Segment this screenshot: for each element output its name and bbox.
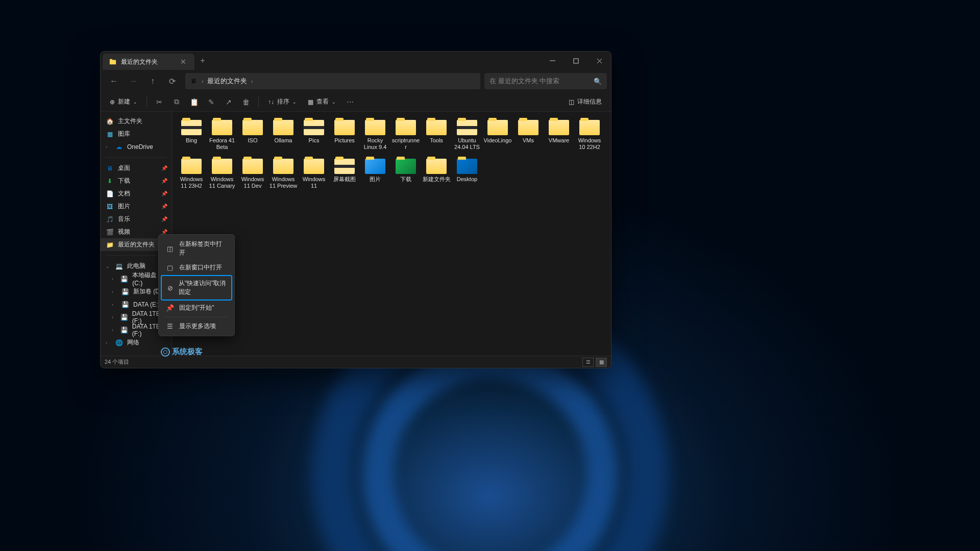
- downloads-icon: ⬇: [106, 177, 114, 185]
- sidebar-item-pictures[interactable]: 🖼 图片 📌: [101, 200, 172, 213]
- folder-icon: [273, 120, 293, 135]
- folder-item[interactable]: 下载: [390, 157, 421, 191]
- folder-item[interactable]: Windows 10 22H2: [574, 118, 605, 153]
- folder-item[interactable]: Windows 11 Dev: [237, 157, 268, 191]
- folder-item[interactable]: Fedora 41 Beta: [207, 118, 237, 153]
- folder-icon: [518, 120, 538, 135]
- content-area[interactable]: BingFedora 41 BetaISOOllamaPicsPicturesR…: [172, 112, 611, 356]
- folder-icon: [334, 159, 355, 174]
- cut-button[interactable]: ✂: [152, 98, 166, 106]
- rename-button[interactable]: ✎: [204, 98, 218, 106]
- context-open-new-window[interactable]: ▢ 在新窗口中打开: [161, 260, 232, 275]
- folder-icon: [334, 120, 355, 135]
- forward-button[interactable]: →: [124, 73, 142, 89]
- tab-title: 最近的文件夹: [121, 58, 174, 66]
- new-tab-button[interactable]: +: [194, 56, 211, 65]
- status-bar: 24 个项目 ☰ ▦: [101, 356, 611, 368]
- chevron-right-icon: ›: [251, 79, 253, 84]
- tab-recent-folders[interactable]: 最近的文件夹 ✕: [103, 54, 194, 70]
- up-button[interactable]: ↑: [143, 73, 162, 89]
- folder-item[interactable]: VMware: [544, 118, 574, 153]
- computer-icon: 💻: [115, 262, 123, 270]
- chevron-down-icon: ⌄: [106, 264, 111, 269]
- folder-label: Tools: [430, 137, 443, 144]
- folder-label: VMware: [549, 137, 569, 144]
- minimize-button[interactable]: [541, 52, 564, 70]
- folder-item[interactable]: Bing: [176, 118, 207, 153]
- more-button[interactable]: ⋯: [343, 98, 357, 106]
- folder-item[interactable]: Rocky Linux 9.4: [360, 118, 390, 153]
- folder-item[interactable]: 图片: [360, 157, 390, 191]
- folder-label: ISO: [248, 137, 258, 144]
- grid-view-button[interactable]: ▦: [596, 358, 607, 367]
- documents-icon: 📄: [106, 190, 114, 198]
- breadcrumb[interactable]: 🖥 › 最近的文件夹 ›: [185, 73, 480, 89]
- chevron-right-icon: ›: [112, 302, 117, 307]
- desktop-icon: 🖥: [106, 164, 114, 172]
- sort-button[interactable]: ↑↓ 排序 ⌄: [264, 95, 301, 109]
- folder-icon: [396, 159, 416, 174]
- music-icon: 🎵: [106, 215, 114, 223]
- sort-icon: ↑↓: [268, 98, 274, 106]
- folder-item[interactable]: Windows 11: [299, 157, 329, 191]
- context-open-new-tab[interactable]: ◫ 在新标签页中打开: [161, 237, 232, 260]
- recent-folder-icon: [109, 58, 117, 66]
- close-button[interactable]: [587, 52, 611, 70]
- folder-item[interactable]: scriptrunner: [390, 118, 421, 153]
- folder-label: Rocky Linux 9.4: [361, 137, 389, 151]
- breadcrumb-segment[interactable]: 最近的文件夹: [207, 77, 247, 86]
- folder-label: Bing: [186, 137, 197, 144]
- refresh-button[interactable]: ⟳: [163, 73, 181, 89]
- sidebar-item-downloads[interactable]: ⬇ 下载 📌: [101, 174, 172, 187]
- share-button[interactable]: ↗: [222, 98, 236, 106]
- pin-icon: 📌: [161, 178, 167, 184]
- list-view-button[interactable]: ☰: [582, 358, 594, 367]
- details-pane-button[interactable]: ◫ 详细信息: [565, 95, 606, 109]
- search-box[interactable]: 在 最近的文件夹 中搜索 🔍: [484, 73, 607, 89]
- folder-item[interactable]: Pictures: [329, 118, 360, 153]
- folder-item[interactable]: ISO: [237, 118, 268, 153]
- sidebar-item-music[interactable]: 🎵 音乐 📌: [101, 213, 172, 226]
- chevron-right-icon: ›: [112, 328, 116, 333]
- copy-button[interactable]: ⧉: [169, 97, 184, 106]
- folder-icon: [396, 120, 416, 135]
- folder-item[interactable]: Windows 11 Preview: [268, 157, 299, 191]
- folder-item[interactable]: 屏幕截图: [329, 157, 360, 191]
- paste-button[interactable]: 📋: [187, 98, 201, 106]
- sidebar-item-gallery[interactable]: ▦ 图库: [101, 128, 172, 140]
- pictures-icon: 🖼: [106, 203, 114, 211]
- folder-item[interactable]: Pics: [299, 118, 329, 153]
- folder-item[interactable]: VideoLingo: [482, 118, 513, 153]
- folder-item[interactable]: 新建文件夹: [421, 157, 452, 191]
- folder-icon: [242, 159, 263, 174]
- folder-item[interactable]: Tools: [421, 118, 452, 153]
- maximize-button[interactable]: [564, 52, 587, 70]
- sidebar-item-desktop[interactable]: 🖥 桌面 📌: [101, 162, 172, 174]
- folder-icon: [365, 120, 385, 135]
- new-button[interactable]: ⊕ 新建 ⌄: [106, 95, 141, 109]
- folder-item[interactable]: VMs: [513, 118, 544, 153]
- delete-button[interactable]: 🗑: [239, 98, 253, 106]
- separator: [146, 97, 147, 107]
- folder-item[interactable]: Ubuntu 24.04 LTS: [452, 118, 482, 153]
- folder-icon: [304, 159, 324, 174]
- back-button[interactable]: ←: [105, 73, 123, 89]
- folder-label: Fedora 41 Beta: [208, 137, 236, 151]
- sidebar-item-home[interactable]: 🏠 主文件夹: [101, 115, 172, 128]
- folder-icon: [365, 159, 385, 174]
- folder-icon: [457, 120, 477, 135]
- folder-item[interactable]: Windows 11 Canary: [207, 157, 237, 191]
- folder-item[interactable]: Desktop: [452, 157, 482, 191]
- context-show-more-options[interactable]: ☰ 显示更多选项: [161, 319, 232, 334]
- tab-close-button[interactable]: ✕: [178, 58, 188, 66]
- details-icon: ◫: [569, 98, 574, 106]
- sidebar-item-documents[interactable]: 📄 文档 📌: [101, 187, 172, 200]
- view-button[interactable]: ▦ 查看 ⌄: [304, 95, 340, 109]
- toolbar: ⊕ 新建 ⌄ ✂ ⧉ 📋 ✎ ↗ 🗑 ↑↓ 排序 ⌄ ▦ 查看 ⌄ ⋯ ◫ 详细…: [101, 92, 611, 112]
- folder-item[interactable]: Ollama: [268, 118, 299, 153]
- sidebar-item-onedrive[interactable]: › ☁ OneDrive: [101, 140, 172, 153]
- context-pin-to-start[interactable]: 📌 固定到"开始": [161, 300, 232, 315]
- sidebar-item-network[interactable]: › 🌐 网络: [101, 336, 172, 349]
- context-unpin-quick-access[interactable]: ⊘ 从"快速访问"取消固定: [161, 275, 232, 300]
- folder-item[interactable]: Windows 11 23H2: [176, 157, 207, 191]
